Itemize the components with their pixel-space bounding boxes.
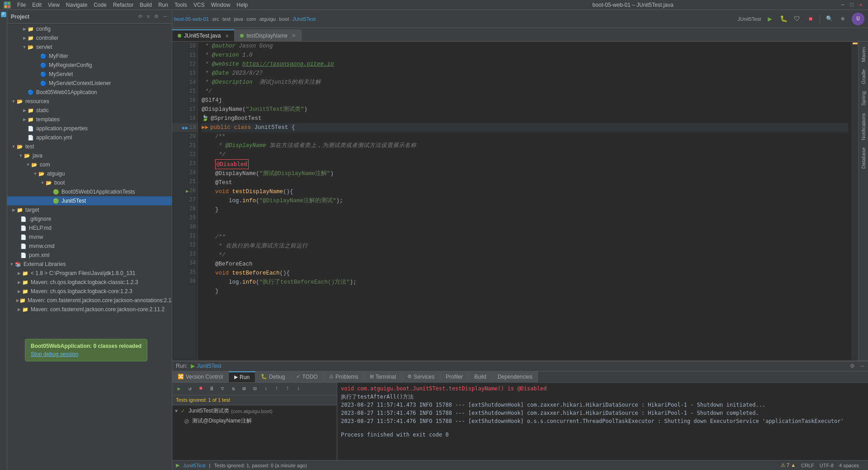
- maven-tab[interactable]: Maven: [859, 43, 868, 66]
- test-method-item[interactable]: ⊘ 测试@DisplayName注解: [172, 416, 337, 426]
- menu-tools[interactable]: Tools: [172, 1, 190, 9]
- pause-button[interactable]: ⏸: [207, 384, 217, 394]
- tab-profiler[interactable]: Profiler: [440, 371, 469, 382]
- close-panel-icon[interactable]: ─: [162, 13, 168, 20]
- next-fail-button[interactable]: ↓: [293, 384, 303, 394]
- close-button[interactable]: ✕: [857, 2, 864, 8]
- minimize-run-icon[interactable]: ─: [860, 363, 864, 369]
- tree-item-resources[interactable]: ▼ 📂 resources: [7, 97, 172, 106]
- tree-item-logback-core[interactable]: ▶ 📁 Maven: ch.qos.logback:logback-core:1…: [7, 287, 172, 296]
- run-status-class[interactable]: Junit5Test: [183, 463, 206, 468]
- spring-tab[interactable]: Spring: [859, 88, 868, 109]
- tree-item-config[interactable]: ▶ 📁 config: [7, 24, 172, 33]
- tab-build[interactable]: Build: [469, 371, 492, 382]
- project-icon[interactable]: P: [1, 12, 6, 17]
- menu-navigate[interactable]: Navigate: [63, 1, 90, 9]
- tree-item-myservlet[interactable]: 🔵 MyServlet: [7, 70, 172, 79]
- tree-item-boot[interactable]: ▼ 📂 boot: [7, 178, 172, 187]
- tree-item-target[interactable]: ▶ 📁 target: [7, 205, 172, 214]
- tab-testdisplayname[interactable]: testDisplayName ✕: [235, 29, 302, 41]
- minimize-button[interactable]: ─: [839, 2, 846, 8]
- tree-item-myregisterconfig[interactable]: 🔵 MyRegisterConfig: [7, 61, 172, 70]
- menu-code[interactable]: Code: [91, 1, 109, 9]
- menu-build[interactable]: Build: [137, 1, 155, 9]
- tree-item-external-libs[interactable]: ▼ 📚 External Libraries: [7, 260, 172, 269]
- tree-item-jackson-annotations[interactable]: ▶ 📁 Maven: com.fasterxml.jackson.core:ja…: [7, 296, 172, 305]
- user-avatar[interactable]: U: [852, 13, 864, 25]
- stop-debug-link[interactable]: Stop debug session: [31, 351, 142, 357]
- tree-item-pom[interactable]: 📄 pom.xml: [7, 251, 172, 260]
- menu-window[interactable]: Window: [208, 1, 233, 9]
- tree-item-myservletcontextlistener[interactable]: 🔵 MyServletContextListener: [7, 79, 172, 88]
- tree-item-java[interactable]: ▼ 📂 java: [7, 151, 172, 160]
- tree-item-jackson-core[interactable]: ▶ 📁 Maven: com.fasterxml.jackson.core:ja…: [7, 305, 172, 314]
- run-output[interactable]: void com.atguigu.boot.Junit5Test.testDis…: [337, 383, 868, 460]
- tree-item-atguigu[interactable]: ▼ 📂 atguigu: [7, 169, 172, 178]
- test-suite-item[interactable]: ▼ ✓ Junit5Test测试类 (com.atguigu.boot): [172, 406, 337, 416]
- gradle-tab[interactable]: Gradle: [859, 66, 868, 88]
- menu-view[interactable]: View: [45, 1, 62, 9]
- tab-debug[interactable]: 🐛 Debug: [255, 371, 291, 382]
- junit5test-path[interactable]: JUnit5Test: [292, 16, 316, 22]
- tab-services[interactable]: ⚙ Services: [402, 371, 440, 382]
- code-editor[interactable]: * @author Jason Gong * @version 1.0 * @w…: [198, 42, 852, 361]
- tree-item-gitignore[interactable]: 📄 .gitignore: [7, 214, 172, 223]
- menu-run[interactable]: Run: [156, 1, 171, 9]
- stop-button[interactable]: ■: [804, 13, 817, 25]
- tree-item-com[interactable]: ▼ 📂 com: [7, 160, 172, 169]
- expand-button[interactable]: ⊞: [239, 384, 249, 394]
- tab-version-control[interactable]: 🔀 Version Control: [172, 371, 229, 382]
- sync-icon[interactable]: ⟳: [137, 13, 144, 20]
- tree-item-test[interactable]: ▼ 📂 test: [7, 142, 172, 151]
- crlf-indicator[interactable]: CRLF: [801, 463, 814, 468]
- close-tab2-icon[interactable]: ✕: [292, 33, 296, 38]
- menu-refactor[interactable]: Refactor: [110, 1, 136, 9]
- rerun-button[interactable]: ↺: [185, 384, 195, 394]
- tree-item-mvnwcmd[interactable]: 📄 mvnw.cmd: [7, 242, 172, 251]
- settings-toolbar-button[interactable]: ⚙: [836, 13, 849, 25]
- tree-item-help[interactable]: 📄 HELP.md: [7, 223, 172, 233]
- tree-item-static[interactable]: ▶ 📁 static: [7, 106, 172, 115]
- tree-item-appyml[interactable]: 📄 application.yml: [7, 133, 172, 142]
- stop-run-button[interactable]: ■: [196, 384, 206, 394]
- notifications-tab[interactable]: Notifications: [859, 109, 868, 144]
- tree-item-templates[interactable]: ▶ 📁 templates: [7, 115, 172, 124]
- debug-button[interactable]: 🐛: [777, 13, 790, 25]
- tree-item-myfilter[interactable]: 🔵 MyFilter: [7, 52, 172, 61]
- tree-item-servlet[interactable]: ▼ 📂 servlet: [7, 43, 172, 52]
- tree-item-boot05tests[interactable]: 🟢 Boot05Web01ApplicationTests: [7, 187, 172, 196]
- menu-help[interactable]: Help: [234, 1, 250, 9]
- restore-button[interactable]: □: [848, 2, 855, 8]
- close-tab-icon[interactable]: ✕: [225, 33, 229, 38]
- tab-run[interactable]: ▶ Run: [229, 371, 255, 382]
- tree-item-appprops[interactable]: 📄 application.properties: [7, 124, 172, 133]
- collapse-icon[interactable]: ≡: [146, 13, 151, 20]
- tab-terminal[interactable]: ⊞ Terminal: [364, 371, 402, 382]
- encoding-indicator[interactable]: UTF-8: [820, 463, 834, 468]
- tab-todo[interactable]: ✓ TODO: [291, 371, 323, 382]
- prev-fail-button[interactable]: ↑: [283, 384, 292, 394]
- menu-vcs[interactable]: VCS: [191, 1, 208, 9]
- tree-item-junit5test[interactable]: 🟢 Junit5Test: [7, 196, 172, 205]
- tree-item-mvnw[interactable]: 📄 mvnw: [7, 233, 172, 242]
- search-button[interactable]: 🔍: [823, 13, 835, 25]
- tab-junit5test[interactable]: JUnit5Test.java ✕: [172, 29, 235, 41]
- tree-item-controller[interactable]: ▶ 📁 controller: [7, 33, 172, 43]
- settings-icon[interactable]: ⚙: [153, 13, 160, 20]
- tree-item-jdk[interactable]: ▶ 📁 < 1.8 > C:\Program Files\Java\jdk1.8…: [7, 269, 172, 278]
- sort-button[interactable]: ⇅: [228, 384, 238, 394]
- tab-dependencies[interactable]: Dependencies: [492, 371, 538, 382]
- import-button[interactable]: ↓: [261, 384, 271, 394]
- filter-button[interactable]: ▽: [217, 384, 227, 394]
- export-button[interactable]: ↑: [272, 384, 282, 394]
- run-gutter-icon[interactable]: ▶▶: [182, 125, 188, 131]
- settings-run-icon[interactable]: ⚙: [850, 363, 855, 369]
- menu-edit[interactable]: Edit: [29, 1, 44, 9]
- menu-file[interactable]: File: [14, 1, 28, 9]
- run-line26-icon[interactable]: ▶: [186, 188, 189, 194]
- run-all-button[interactable]: ▶: [174, 384, 184, 394]
- database-tab[interactable]: Database: [859, 144, 868, 172]
- collapse-run-button[interactable]: ⊟: [250, 384, 260, 394]
- run-with-coverage-button[interactable]: 🛡: [791, 13, 803, 25]
- tree-item-logback-classic[interactable]: ▶ 📁 Maven: ch.qos.logback:logback-classi…: [7, 278, 172, 287]
